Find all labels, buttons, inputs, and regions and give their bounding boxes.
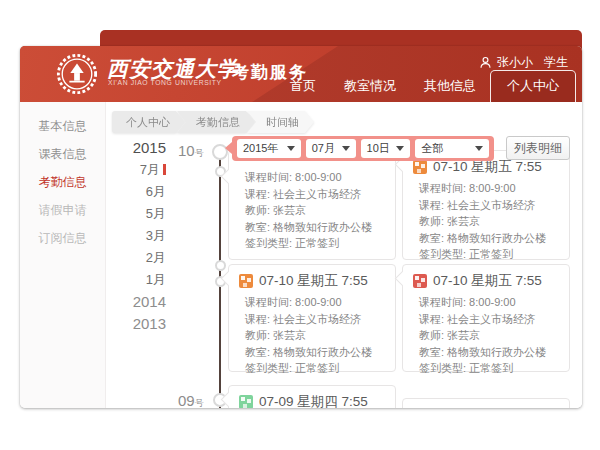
breadcrumb: 个人中心 考勤信息 时间轴: [112, 111, 314, 133]
attendance-card: [402, 398, 570, 408]
card-field: 课程: 社会主义市场经济: [419, 311, 559, 328]
attendance-card: 课程时间: 8:00-9:00 课程: 社会主义市场经济 教师: 张芸京 教室:…: [228, 150, 396, 260]
attendance-card: 07-10 星期五 7:55 课程时间: 8:00-9:00 课程: 社会主义市…: [402, 264, 570, 372]
card-field: 教室: 格物致知行政办公楼: [245, 219, 385, 236]
card-field: 课程时间: 8:00-9:00: [419, 294, 559, 311]
sidebar-item-attendance-info[interactable]: 考勤信息: [20, 168, 105, 196]
card-field: 教师: 张芸京: [419, 327, 559, 344]
sidebar-item-leave-request[interactable]: 请假申请: [20, 196, 105, 224]
nav-item-other-info[interactable]: 其他信息: [410, 71, 490, 102]
scale-item-march[interactable]: 3月: [114, 225, 166, 247]
current-month-cursor: [163, 164, 166, 175]
timeline-node[interactable]: [215, 260, 226, 271]
user-role: 学生: [544, 54, 568, 71]
card-title: 07-09 星期四 7:55: [259, 393, 368, 408]
scale-item-may[interactable]: 5月: [114, 203, 166, 225]
list-detail-button[interactable]: 列表明细: [506, 136, 570, 160]
university-emblem-icon: [56, 53, 98, 95]
sidebar-item-basic-info[interactable]: 基本信息: [20, 112, 105, 140]
attendance-card: 07-10 星期五 7:55 课程时间: 8:00-9:00 课程: 社会主义市…: [228, 264, 396, 372]
attendance-service-page: 西安交通大学 XI'AN JIAO TONG UNIVERSITY 考勤服务 张…: [0, 0, 600, 450]
sidebar-item-subscription-info[interactable]: 订阅信息: [20, 224, 105, 252]
orange-stamp-icon: [239, 274, 253, 288]
card-field: 教师: 张芸京: [419, 213, 559, 230]
app-header: 西安交通大学 XI'AN JIAO TONG UNIVERSITY 考勤服务 张…: [20, 46, 582, 102]
card-field: 教师: 张芸京: [245, 202, 385, 219]
user-menu[interactable]: 张小小 学生: [479, 54, 568, 71]
window-body: 基本信息 课表信息 考勤信息 请假申请 订阅信息 个人中心 考勤信息 时间轴 2…: [20, 102, 582, 408]
chevron-down-icon: [475, 146, 483, 151]
green-stamp-icon: [239, 395, 253, 408]
scale-item-2015[interactable]: 2015: [114, 137, 166, 159]
card-field: 课程时间: 8:00-9:00: [419, 180, 559, 197]
card-field: 课程时间: 8:00-9:00: [245, 169, 385, 186]
red-stamp-icon: [413, 274, 427, 288]
attendance-card: 07-09 星期四 7:55: [228, 385, 396, 408]
main-nav: 首页 教室情况 其他信息 个人中心: [276, 70, 576, 102]
sidebar-item-schedule-info[interactable]: 课表信息: [20, 140, 105, 168]
user-name: 张小小: [497, 54, 533, 71]
card-field: 课程: 社会主义市场经济: [419, 197, 559, 214]
scale-item-2013[interactable]: 2013: [114, 313, 166, 335]
scale-item-january[interactable]: 1月: [114, 269, 166, 291]
card-field: 课程: 社会主义市场经济: [245, 311, 385, 328]
card-field: 签到类型: 正常签到: [419, 246, 559, 263]
scale-item-july[interactable]: 7月: [114, 159, 166, 181]
chevron-down-icon: [287, 146, 295, 151]
main-content: 个人中心 考勤信息 时间轴 2015 7月 6月 5月 3月 2月 1月 201…: [106, 102, 582, 408]
day-select[interactable]: 10日: [361, 139, 411, 158]
breadcrumb-attendance-info[interactable]: 考勤信息: [177, 111, 255, 133]
app-window: 西安交通大学 XI'AN JIAO TONG UNIVERSITY 考勤服务 张…: [20, 46, 582, 408]
nav-item-home[interactable]: 首页: [276, 71, 330, 102]
scale-item-2014[interactable]: 2014: [114, 291, 166, 313]
card-field: 签到类型: 正常签到: [245, 235, 385, 252]
day-marker-10: 10号: [178, 142, 204, 160]
nav-item-personal-center[interactable]: 个人中心: [490, 70, 576, 102]
card-field: 签到类型: 正常签到: [245, 360, 385, 377]
person-icon: [479, 56, 492, 69]
card-field: 教师: 张芸京: [245, 327, 385, 344]
card-field: 课程: 社会主义市场经济: [245, 186, 385, 203]
scale-item-june[interactable]: 6月: [114, 181, 166, 203]
attendance-card: 07-10 星期五 7:55 课程时间: 8:00-9:00 课程: 社会主义市…: [402, 150, 570, 260]
card-field: 教室: 格物致知行政办公楼: [419, 344, 559, 361]
breadcrumb-personal-center[interactable]: 个人中心: [112, 111, 185, 133]
breadcrumb-timeline[interactable]: 时间轴: [247, 111, 314, 133]
timeline-scale: 2015 7月 6月 5月 3月 2月 1月 2014 2013: [114, 137, 166, 335]
year-select[interactable]: 2015年: [237, 139, 301, 158]
university-name-en: XI'AN JIAO TONG UNIVERSITY: [108, 79, 222, 86]
nav-item-classrooms[interactable]: 教室情况: [330, 71, 410, 102]
chevron-down-icon: [396, 146, 404, 151]
type-select[interactable]: 全部: [415, 139, 489, 158]
orange-stamp-icon: [413, 160, 427, 174]
scale-item-february[interactable]: 2月: [114, 247, 166, 269]
card-title: 07-10 星期五 7:55: [259, 272, 368, 290]
card-field: 教室: 格物致知行政办公楼: [419, 230, 559, 247]
filter-bar: 2015年 07月 10日 全部: [232, 136, 494, 161]
card-field: 课程时间: 8:00-9:00: [245, 294, 385, 311]
month-select[interactable]: 07月: [306, 139, 356, 158]
card-field: 教室: 格物致知行政办公楼: [245, 344, 385, 361]
day-marker-09: 09号: [178, 392, 204, 408]
card-field: 签到类型: 正常签到: [419, 360, 559, 377]
chevron-down-icon: [342, 146, 350, 151]
card-title: 07-10 星期五 7:55: [433, 272, 542, 290]
sidebar: 基本信息 课表信息 考勤信息 请假申请 订阅信息: [20, 102, 106, 408]
